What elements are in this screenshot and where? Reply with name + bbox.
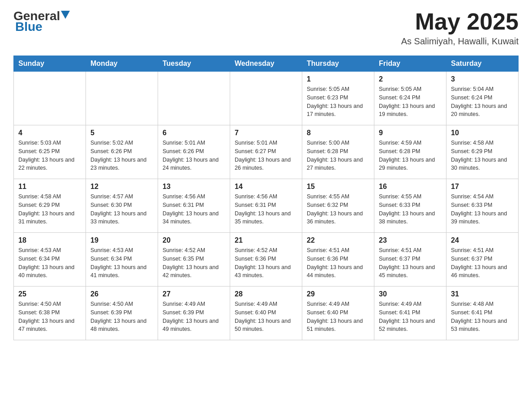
- calendar-cell: 3Sunrise: 5:04 AMSunset: 6:24 PMDaylight…: [446, 72, 519, 125]
- day-info: Sunrise: 5:04 AMSunset: 6:24 PMDaylight:…: [451, 85, 514, 119]
- calendar-cell: 5Sunrise: 5:02 AMSunset: 6:26 PMDaylight…: [86, 125, 158, 179]
- day-info: Sunrise: 4:52 AMSunset: 6:36 PMDaylight:…: [235, 246, 297, 280]
- calendar-cell: 16Sunrise: 4:55 AMSunset: 6:33 PMDayligh…: [374, 179, 446, 233]
- header-sunday: Sunday: [14, 56, 86, 72]
- day-info: Sunrise: 4:58 AMSunset: 6:29 PMDaylight:…: [451, 139, 514, 172]
- header-saturday: Saturday: [446, 56, 519, 72]
- day-number: 30: [379, 290, 442, 298]
- calendar-cell: 15Sunrise: 4:55 AMSunset: 6:32 PMDayligh…: [302, 179, 374, 233]
- day-info: Sunrise: 4:50 AMSunset: 6:38 PMDaylight:…: [18, 300, 81, 334]
- calendar-cell: [158, 72, 230, 125]
- day-info: Sunrise: 4:54 AMSunset: 6:33 PMDaylight:…: [451, 193, 514, 226]
- day-number: 1: [307, 75, 369, 83]
- day-info: Sunrise: 4:49 AMSunset: 6:40 PMDaylight:…: [307, 300, 369, 334]
- header-monday: Monday: [86, 56, 158, 72]
- day-number: 3: [451, 75, 514, 83]
- day-number: 31: [451, 290, 514, 298]
- day-number: 21: [235, 236, 297, 244]
- calendar-cell: 4Sunrise: 5:03 AMSunset: 6:25 PMDaylight…: [14, 125, 86, 179]
- calendar-cell: 23Sunrise: 4:51 AMSunset: 6:37 PMDayligh…: [374, 233, 446, 287]
- calendar-cell: [14, 72, 86, 125]
- calendar-cell: 14Sunrise: 4:56 AMSunset: 6:31 PMDayligh…: [230, 179, 302, 233]
- day-info: Sunrise: 4:51 AMSunset: 6:37 PMDaylight:…: [379, 246, 442, 280]
- calendar-week-5: 25Sunrise: 4:50 AMSunset: 6:38 PMDayligh…: [14, 287, 519, 340]
- day-number: 29: [307, 290, 369, 298]
- day-info: Sunrise: 5:05 AMSunset: 6:24 PMDaylight:…: [379, 85, 442, 119]
- logo-triangle-icon: [61, 11, 70, 19]
- calendar-cell: 31Sunrise: 4:48 AMSunset: 6:41 PMDayligh…: [446, 287, 519, 340]
- day-info: Sunrise: 4:53 AMSunset: 6:34 PMDaylight:…: [18, 246, 81, 280]
- calendar-cell: 13Sunrise: 4:56 AMSunset: 6:31 PMDayligh…: [158, 179, 230, 233]
- day-info: Sunrise: 4:58 AMSunset: 6:29 PMDaylight:…: [18, 193, 81, 226]
- day-number: 5: [90, 129, 153, 137]
- day-info: Sunrise: 4:49 AMSunset: 6:41 PMDaylight:…: [379, 300, 442, 334]
- day-info: Sunrise: 4:52 AMSunset: 6:35 PMDaylight:…: [163, 246, 225, 280]
- location-subtitle: As Salimiyah, Hawalli, Kuwait: [401, 36, 519, 47]
- calendar-table: SundayMondayTuesdayWednesdayThursdayFrid…: [13, 56, 519, 340]
- day-info: Sunrise: 4:50 AMSunset: 6:39 PMDaylight:…: [90, 300, 153, 334]
- calendar-cell: 11Sunrise: 4:58 AMSunset: 6:29 PMDayligh…: [14, 179, 86, 233]
- day-number: 17: [451, 183, 514, 191]
- calendar-cell: 30Sunrise: 4:49 AMSunset: 6:41 PMDayligh…: [374, 287, 446, 340]
- day-info: Sunrise: 5:02 AMSunset: 6:26 PMDaylight:…: [90, 139, 153, 172]
- day-info: Sunrise: 4:51 AMSunset: 6:37 PMDaylight:…: [451, 246, 514, 280]
- calendar-week-2: 4Sunrise: 5:03 AMSunset: 6:25 PMDaylight…: [14, 125, 519, 179]
- day-number: 25: [18, 290, 81, 298]
- day-info: Sunrise: 5:03 AMSunset: 6:25 PMDaylight:…: [18, 139, 81, 172]
- calendar-cell: 28Sunrise: 4:49 AMSunset: 6:40 PMDayligh…: [230, 287, 302, 340]
- calendar-cell: [230, 72, 302, 125]
- calendar-cell: 19Sunrise: 4:53 AMSunset: 6:34 PMDayligh…: [86, 233, 158, 287]
- calendar-cell: 22Sunrise: 4:51 AMSunset: 6:36 PMDayligh…: [302, 233, 374, 287]
- day-number: 4: [18, 129, 81, 137]
- title-block: May 2025 As Salimiyah, Hawalli, Kuwait: [401, 9, 519, 47]
- calendar-week-3: 11Sunrise: 4:58 AMSunset: 6:29 PMDayligh…: [14, 179, 519, 233]
- calendar-cell: 7Sunrise: 5:01 AMSunset: 6:27 PMDaylight…: [230, 125, 302, 179]
- calendar-cell: 18Sunrise: 4:53 AMSunset: 6:34 PMDayligh…: [14, 233, 86, 287]
- header-wednesday: Wednesday: [230, 56, 302, 72]
- day-number: 27: [163, 290, 225, 298]
- day-number: 8: [307, 129, 369, 137]
- calendar-week-4: 18Sunrise: 4:53 AMSunset: 6:34 PMDayligh…: [14, 233, 519, 287]
- day-info: Sunrise: 5:00 AMSunset: 6:28 PMDaylight:…: [307, 139, 369, 172]
- calendar-cell: 12Sunrise: 4:57 AMSunset: 6:30 PMDayligh…: [86, 179, 158, 233]
- day-number: 6: [163, 129, 225, 137]
- day-info: Sunrise: 5:01 AMSunset: 6:26 PMDaylight:…: [163, 139, 225, 172]
- day-number: 19: [90, 236, 153, 244]
- day-number: 10: [451, 129, 514, 137]
- day-info: Sunrise: 5:01 AMSunset: 6:27 PMDaylight:…: [235, 139, 297, 172]
- day-info: Sunrise: 4:56 AMSunset: 6:31 PMDaylight:…: [163, 193, 225, 226]
- month-year-title: May 2025: [401, 9, 519, 34]
- calendar-cell: 2Sunrise: 5:05 AMSunset: 6:24 PMDaylight…: [374, 72, 446, 125]
- calendar-cell: 29Sunrise: 4:49 AMSunset: 6:40 PMDayligh…: [302, 287, 374, 340]
- calendar-cell: 1Sunrise: 5:05 AMSunset: 6:23 PMDaylight…: [302, 72, 374, 125]
- calendar-cell: 8Sunrise: 5:00 AMSunset: 6:28 PMDaylight…: [302, 125, 374, 179]
- calendar-cell: 26Sunrise: 4:50 AMSunset: 6:39 PMDayligh…: [86, 287, 158, 340]
- calendar-cell: [86, 72, 158, 125]
- day-number: 20: [163, 236, 225, 244]
- day-number: 16: [379, 183, 442, 191]
- header-tuesday: Tuesday: [158, 56, 230, 72]
- day-info: Sunrise: 4:56 AMSunset: 6:31 PMDaylight:…: [235, 193, 297, 226]
- day-info: Sunrise: 4:55 AMSunset: 6:33 PMDaylight:…: [379, 193, 442, 226]
- calendar-cell: 20Sunrise: 4:52 AMSunset: 6:35 PMDayligh…: [158, 233, 230, 287]
- day-number: 7: [235, 129, 297, 137]
- day-number: 24: [451, 236, 514, 244]
- calendar-cell: 21Sunrise: 4:52 AMSunset: 6:36 PMDayligh…: [230, 233, 302, 287]
- calendar-cell: 24Sunrise: 4:51 AMSunset: 6:37 PMDayligh…: [446, 233, 519, 287]
- day-info: Sunrise: 4:57 AMSunset: 6:30 PMDaylight:…: [90, 193, 153, 226]
- page-header: General Blue May 2025 As Salimiyah, Hawa…: [13, 9, 519, 47]
- day-info: Sunrise: 4:49 AMSunset: 6:39 PMDaylight:…: [163, 300, 225, 334]
- calendar-cell: 25Sunrise: 4:50 AMSunset: 6:38 PMDayligh…: [14, 287, 86, 340]
- header-thursday: Thursday: [302, 56, 374, 72]
- calendar-cell: 10Sunrise: 4:58 AMSunset: 6:29 PMDayligh…: [446, 125, 519, 179]
- calendar-week-1: 1Sunrise: 5:05 AMSunset: 6:23 PMDaylight…: [14, 72, 519, 125]
- day-info: Sunrise: 4:53 AMSunset: 6:34 PMDaylight:…: [90, 246, 153, 280]
- day-number: 18: [18, 236, 81, 244]
- day-info: Sunrise: 4:55 AMSunset: 6:32 PMDaylight:…: [307, 193, 369, 226]
- day-info: Sunrise: 4:48 AMSunset: 6:41 PMDaylight:…: [451, 300, 514, 334]
- day-number: 28: [235, 290, 297, 298]
- day-number: 13: [163, 183, 225, 191]
- day-info: Sunrise: 5:05 AMSunset: 6:23 PMDaylight:…: [307, 85, 369, 119]
- day-number: 22: [307, 236, 369, 244]
- calendar-cell: 27Sunrise: 4:49 AMSunset: 6:39 PMDayligh…: [158, 287, 230, 340]
